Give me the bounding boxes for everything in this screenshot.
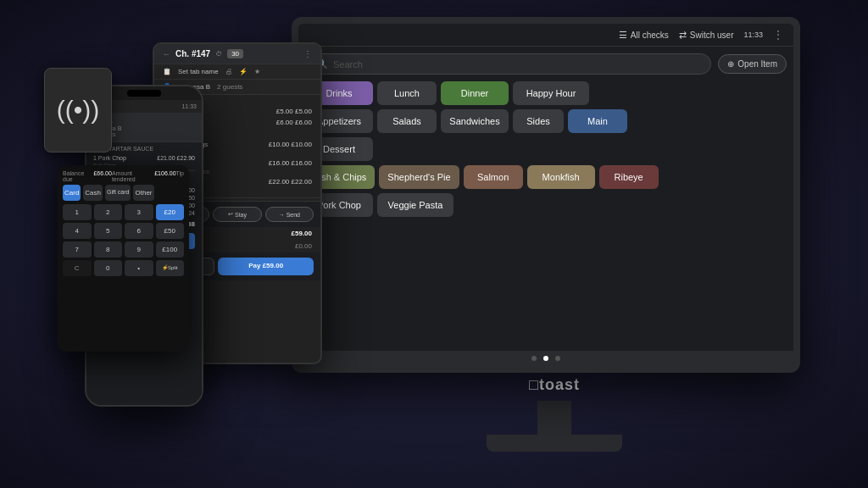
stay-icon: ↩	[228, 211, 233, 218]
monitor-body: ☰ All checks ⇄ Switch user 11:33 ⋮ 🔍 Sea…	[292, 17, 800, 373]
numpad-balance-row: Balance due £66.00 Amount tendered £106.…	[63, 170, 184, 182]
pos-content: 🔍 Search ⊕ Open Item Drinks Lunch Dinner	[298, 47, 793, 351]
tablet-tab-name[interactable]: Set tab name	[178, 68, 219, 75]
menu-item-sides[interactable]: Sides	[513, 109, 564, 133]
all-checks-button[interactable]: ☰ All checks	[619, 30, 669, 41]
tablet-subtotal-amount: £59.00	[292, 230, 312, 237]
tablet-star-icon: ★	[254, 68, 260, 75]
stay-label: Stay	[235, 212, 247, 218]
numpad-tendered-label: Amount tendered	[112, 170, 154, 182]
open-item-label: Open Item	[737, 59, 777, 69]
numpad-key-0[interactable]: 0	[94, 260, 123, 276]
numpad-key-8[interactable]: 8	[94, 241, 123, 258]
numpad-balance-label: Balance due	[63, 170, 93, 182]
menu-item-happy-hour[interactable]: Happy Hour	[513, 81, 589, 105]
nfc-icon: ((•))	[57, 96, 99, 125]
menu-item-salmon[interactable]: Salmon	[464, 165, 523, 189]
tablet-print-icon: 🖨	[225, 68, 232, 75]
numpad-key-clear[interactable]: C	[63, 260, 92, 276]
tablet-more-icon[interactable]: ⋮	[303, 49, 312, 58]
phone-item-row: 1 Pork Chop £21.00 £22.90	[86, 153, 202, 163]
tablet-item-pint-ipa-price: £6.00 £6.00	[276, 119, 312, 126]
pos-more-icon[interactable]: ⋮	[773, 29, 783, 41]
menu-item-dinner[interactable]: Dinner	[441, 81, 509, 105]
open-item-icon: ⊕	[727, 59, 734, 69]
pos-time: 11:33	[743, 30, 763, 39]
tablet-send-button[interactable]: → Send	[265, 207, 314, 222]
monitor-brand-row: □toast	[292, 373, 817, 401]
phone-item-name: 1 Pork Chop	[93, 155, 126, 161]
menu-item-lunch[interactable]: Lunch	[377, 81, 437, 105]
menu-row-2: Dessert	[305, 137, 787, 161]
send-label: Send	[287, 212, 300, 218]
menu-row-4: Pork Chop Veggie Pasta	[305, 193, 787, 217]
tablet-item-pork-chop-price: £22.00 £22.00	[269, 178, 312, 186]
tablet-stay-button[interactable]: ↩ Stay	[213, 207, 261, 222]
monitor-screen: ☰ All checks ⇄ Switch user 11:33 ⋮ 🔍 Sea…	[298, 24, 793, 366]
tablet-item-pint-lager-price: £5.00 £5.00	[276, 108, 312, 115]
numpad-key-split[interactable]: ⚡Split	[156, 260, 185, 276]
all-checks-label: All checks	[631, 30, 669, 40]
search-placeholder: Search	[333, 59, 363, 69]
tablet-split-icon: ⚡	[239, 68, 248, 75]
numpad-key-50[interactable]: £50	[156, 223, 185, 239]
tablet-header: ← Ch. #147 ⏱ 30 ⋮	[154, 44, 320, 64]
tablet-guest-count: 2 guests	[217, 83, 242, 91]
menu-item-ribeye[interactable]: Ribeye	[599, 165, 659, 189]
nfc-device: ((•))	[44, 68, 112, 152]
tablet-item-fish-chips-price: £16.00 £16.00	[269, 159, 312, 167]
numpad-key-9[interactable]: 9	[125, 241, 153, 258]
menu-item-salads[interactable]: Salads	[377, 109, 437, 133]
numpad-key-7[interactable]: 7	[63, 241, 92, 258]
menu-item-veggie-pasta[interactable]: Veggie Pasta	[377, 193, 453, 217]
menu-row-1: Appetizers Salads Sandwiches Sides Main	[305, 109, 787, 133]
numpad-card-btn[interactable]: Card	[63, 185, 81, 201]
tablet-check-title: Ch. #147	[175, 49, 210, 58]
tablet-check-badge: 30	[227, 49, 243, 58]
numpad-giftcard-btn[interactable]: Gift card	[105, 185, 131, 201]
open-item-button[interactable]: ⊕ Open Item	[718, 54, 787, 74]
numpad-cash-btn[interactable]: Cash	[83, 185, 103, 201]
monitor-stand-base	[487, 435, 622, 452]
phone-time: 11:33	[181, 103, 197, 109]
phone-item-price: £21.00 £22.90	[157, 155, 195, 161]
numpad-panel: Balance due £66.00 Amount tendered £106.…	[58, 165, 189, 352]
numpad-key-2[interactable]: 2	[94, 204, 123, 220]
numpad-key-20[interactable]: £20	[156, 204, 185, 220]
menu-row-0: Drinks Lunch Dinner Happy Hour	[305, 81, 787, 105]
monitor-dots	[298, 351, 793, 366]
menu-row-3: Fish & Chips Shepherd's Pie Salmon Monkf…	[305, 165, 787, 189]
checks-icon: ☰	[619, 30, 627, 41]
numpad-tip-label: Tip	[176, 170, 184, 182]
numpad-balance-value: £66.00	[93, 170, 111, 182]
switch-user-button[interactable]: ⇄ Switch user	[679, 30, 734, 41]
menu-item-sandwiches[interactable]: Sandwiches	[441, 109, 509, 133]
switch-user-icon: ⇄	[679, 30, 687, 41]
numpad-key-100[interactable]: £100	[156, 241, 185, 258]
numpad-key-3[interactable]: 3	[125, 204, 153, 220]
pos-search-field[interactable]: 🔍 Search	[305, 53, 711, 75]
tablet-tab-icon: 📋	[163, 68, 171, 75]
numpad-key-dot[interactable]: •	[125, 260, 153, 276]
tablet-sub-row: 📋 Set tab name 🖨 ⚡ ★	[154, 64, 320, 80]
monitor-stand-neck	[537, 401, 571, 435]
phone-notch	[127, 90, 161, 97]
pos-search-row: 🔍 Search ⊕ Open Item	[305, 53, 787, 75]
numpad-grid: 1 2 3 £20 4 5 6 £50 7 8 9 £100 C 0 • ⚡Sp…	[63, 204, 184, 276]
monitor-dot-2[interactable]	[543, 356, 548, 361]
monitor-device: ☰ All checks ⇄ Switch user 11:33 ⋮ 🔍 Sea…	[292, 17, 817, 432]
tablet-back-icon[interactable]: ←	[163, 50, 170, 58]
numpad-key-5[interactable]: 5	[94, 223, 123, 239]
numpad-other-btn[interactable]: Other	[133, 185, 153, 201]
menu-item-monkfish[interactable]: Monkfish	[527, 165, 595, 189]
tablet-pay-button[interactable]: Pay £59.00	[218, 258, 314, 275]
monitor-dot-1[interactable]	[531, 356, 537, 361]
numpad-key-6[interactable]: 6	[125, 223, 153, 239]
menu-item-shepherds-pie[interactable]: Shepherd's Pie	[379, 165, 459, 189]
pos-header: ☰ All checks ⇄ Switch user 11:33 ⋮	[298, 24, 793, 47]
numpad-key-4[interactable]: 4	[63, 223, 92, 239]
tablet-item-wings-price: £10.00 £10.00	[269, 141, 312, 148]
menu-item-main[interactable]: Main	[568, 109, 627, 133]
monitor-dot-3[interactable]	[555, 356, 560, 361]
numpad-key-1[interactable]: 1	[63, 204, 92, 220]
